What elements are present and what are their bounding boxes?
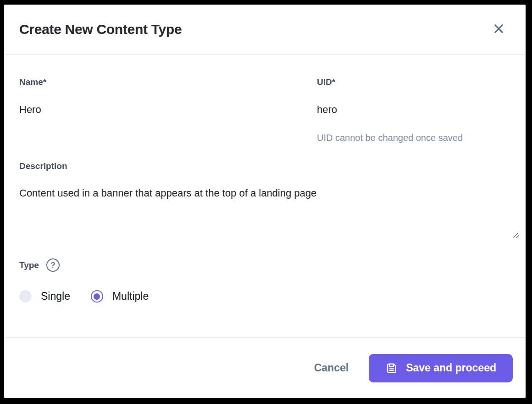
modal-header: Create New Content Type [4,5,526,55]
save-floppy-icon [385,362,398,375]
modal-footer: Cancel Save and proceed [4,337,526,398]
uid-field-group: UID* UID cannot be changed once saved [317,77,513,143]
radio-circle-icon [91,290,103,303]
save-and-proceed-button[interactable]: Save and proceed [369,354,513,382]
radio-circle-icon [19,290,32,303]
uid-label: UID* [317,77,513,87]
name-label: Name* [19,77,294,87]
type-label: Type [19,260,39,270]
radio-option-multiple[interactable]: Multiple [91,290,149,303]
resize-handle-icon[interactable] [512,231,520,239]
close-icon [493,22,505,36]
description-field-group: Description Content used in a banner tha… [19,161,513,240]
create-content-type-modal: Create New Content Type Name* UID* UID c… [4,5,526,398]
type-field-group: Type ? Single Multiple [19,258,513,303]
help-icon[interactable]: ? [46,258,60,272]
radio-option-label: Single [41,290,70,303]
type-radio-group: Single Multiple [19,290,513,303]
name-uid-row: Name* UID* UID cannot be changed once sa… [19,77,513,143]
modal-title: Create New Content Type [19,22,182,37]
description-textarea-wrap: Content used in a banner that appears at… [19,187,513,240]
modal-body: Name* UID* UID cannot be changed once sa… [4,55,526,337]
radio-option-label: Multiple [112,290,149,303]
cancel-button[interactable]: Cancel [314,362,349,374]
description-label: Description [19,161,513,171]
close-button[interactable] [491,22,506,37]
description-textarea[interactable]: Content used in a banner that appears at… [19,187,513,240]
uid-input[interactable] [317,104,513,116]
radio-option-single[interactable]: Single [19,290,70,303]
name-input[interactable] [19,104,294,116]
save-button-label: Save and proceed [406,362,496,374]
name-field-group: Name* [19,77,294,143]
uid-hint: UID cannot be changed once saved [317,133,513,143]
